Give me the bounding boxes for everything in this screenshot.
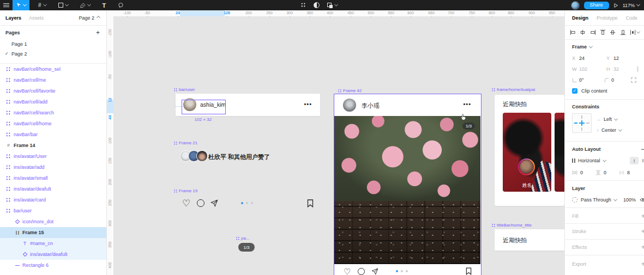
boolean-groups-button[interactable] [327, 3, 338, 8]
frame-label-frame21[interactable]: Frame 21 [173, 140, 197, 145]
y-input[interactable]: 12 [613, 56, 619, 61]
layer-row[interactable]: ins/avatar/add [0, 162, 106, 173]
frame-type-dropdown[interactable]: Frame [565, 42, 644, 51]
layer-row[interactable]: navBar/cell/favorite [0, 85, 106, 96]
direction-value[interactable]: Horizontal [578, 158, 600, 163]
tab-design[interactable]: Design [572, 15, 588, 21]
present-icon[interactable] [613, 3, 618, 8]
tab-layers[interactable]: Layers [0, 15, 21, 21]
share-plane-icon[interactable] [210, 199, 218, 207]
rotation-input[interactable]: 0° [579, 77, 604, 83]
vertical-ruler[interactable]: -150-100-501244100150200250300350400 [106, 16, 113, 275]
frame-label-frame42[interactable]: Frame 42 [338, 88, 362, 93]
tab-code[interactable]: Code [626, 15, 638, 21]
liker-avatars[interactable] [180, 150, 208, 162]
align-vertical-center-icon[interactable] [610, 29, 616, 35]
blend-mode-dropdown[interactable]: Pass Through [581, 197, 611, 203]
independent-corners-icon[interactable] [631, 77, 636, 83]
add-export-button[interactable]: + [641, 260, 644, 268]
frame-label-kuaipai[interactable]: frame/home/kuaipai [491, 87, 535, 92]
vertical-constraint-dropdown[interactable]: ↕ Center [597, 126, 644, 134]
add-effect-button[interactable]: + [641, 243, 644, 251]
story-card[interactable] [555, 113, 564, 192]
frame-label-bar-user[interactable]: bar/user [173, 87, 195, 92]
clip-content-row[interactable]: Clip content [565, 87, 644, 95]
frame-tool-button[interactable]: # [35, 0, 50, 10]
comment-icon[interactable] [197, 199, 204, 207]
selection-box[interactable] [182, 100, 226, 114]
more-dots-icon[interactable]: ••• [304, 101, 312, 107]
heart-icon[interactable]: ♡ [344, 267, 351, 275]
layer-row[interactable]: Frame 15 [0, 227, 106, 238]
frame-bar-user[interactable]: ashia_kim ••• 102 × 32 [176, 94, 320, 116]
tab-assets[interactable]: Assets [21, 15, 44, 21]
frame-frame42[interactable]: 李小瑶 ••• 1/3 ♡ [334, 94, 482, 275]
layer-row[interactable]: #name_cn [0, 238, 106, 249]
shape-tool-button[interactable] [55, 0, 71, 10]
share-button[interactable]: Share [584, 2, 609, 9]
corner-radius-input[interactable]: 0 [611, 77, 631, 83]
x-input[interactable]: 24 [579, 56, 606, 61]
bookmark-icon[interactable] [466, 267, 472, 275]
align-horizontal-center-icon[interactable] [580, 29, 586, 35]
distribute-dropdown[interactable] [630, 29, 640, 35]
text-tool-button[interactable]: T [99, 0, 110, 10]
tab-prototype[interactable]: Prototype [597, 15, 618, 21]
layer-row[interactable]: navBar/bar [0, 129, 106, 140]
vertical-padding-input[interactable]: 0 [604, 170, 619, 175]
add-stroke-button[interactable]: + [641, 228, 644, 235]
add-fill-button[interactable]: + [641, 212, 644, 220]
comment-icon[interactable] [358, 268, 365, 275]
zoom-level-dropdown[interactable]: 117% [623, 3, 640, 8]
align-left-icon[interactable] [570, 29, 576, 35]
bookmark-icon[interactable] [307, 199, 314, 207]
layer-row[interactable]: ins/avatar/deafult [0, 184, 106, 194]
user-avatar[interactable] [571, 1, 580, 10]
frame-label-home-title[interactable]: titleBar/home_title [491, 223, 532, 228]
horizontal-ruler[interactable]: -100-50241262002503003504004505005506006… [106, 10, 564, 16]
horizontal-constraint-dropdown[interactable]: ↔ Left [597, 115, 644, 123]
item-spacing-input[interactable]: 8 [627, 170, 630, 175]
h-input[interactable]: 32 [613, 66, 635, 72]
heart-icon[interactable]: ♡ [182, 199, 190, 208]
page-selector-dropdown[interactable]: Page 2 [79, 15, 106, 21]
more-dots-icon[interactable]: ••• [463, 101, 471, 107]
avatar[interactable] [343, 99, 356, 112]
frame-label-frame19[interactable]: Frame 19 [173, 188, 197, 193]
layer-row[interactable]: navBar/cell/home_sel [0, 64, 106, 75]
align-bottom-icon[interactable] [620, 29, 626, 35]
checkbox-checked-icon[interactable] [572, 88, 577, 94]
page-item-1[interactable]: Page 1 [11, 41, 27, 47]
visibility-eye-icon[interactable] [640, 198, 644, 202]
comment-tool-button[interactable] [115, 0, 127, 10]
create-component-icon[interactable] [301, 3, 306, 8]
align-right-icon[interactable] [590, 29, 596, 35]
layer-row[interactable]: Frame 14 [0, 140, 106, 151]
layer-row[interactable]: ins/avatar/card [0, 194, 106, 205]
mask-icon[interactable] [314, 2, 320, 8]
frame-label-pa[interactable]: pa... [236, 236, 250, 241]
resize-vertical-button[interactable]: ↕ [630, 157, 639, 164]
layer-row[interactable]: navBar/cell/add [0, 96, 106, 107]
frame-frame19[interactable]: ♡ [182, 197, 320, 209]
w-input[interactable]: 102 [579, 66, 606, 72]
layer-row[interactable]: ins/avatar/small [0, 173, 106, 184]
remove-auto-layout-button[interactable]: − [641, 145, 644, 153]
constraints-widget[interactable] [572, 113, 592, 133]
horizontal-padding-input[interactable]: 0 [580, 170, 595, 175]
pen-tool-button[interactable] [77, 0, 94, 10]
main-menu-button[interactable] [0, 0, 13, 10]
layer-row[interactable]: Rectangle 6 [0, 260, 106, 271]
move-tool-button[interactable] [13, 0, 29, 10]
layer-row[interactable]: ins/avatar/deafult [0, 249, 106, 260]
add-page-button[interactable]: + [96, 29, 100, 36]
share-plane-icon[interactable] [371, 268, 378, 275]
story-card[interactable]: 姓名 [503, 113, 551, 192]
page-item-2[interactable]: Page 2 [11, 51, 27, 57]
layer-row[interactable]: ins/avatar/User [0, 151, 106, 162]
frame-home-title[interactable]: 近期快拍 [495, 229, 564, 250]
resize-fixed-button[interactable]: I [639, 157, 644, 164]
opacity-input[interactable]: 100% [623, 197, 636, 203]
layer-row[interactable]: navBar/cell/search [0, 107, 106, 118]
frame-kuaipai[interactable]: 近期快拍 姓名 [495, 95, 564, 206]
